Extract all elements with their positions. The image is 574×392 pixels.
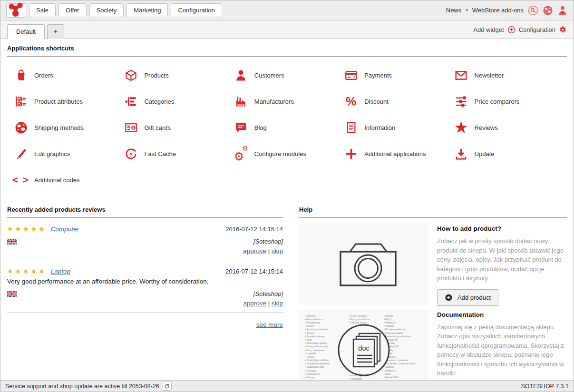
add-product-button-label: Add product xyxy=(457,294,491,301)
shortcut-blog[interactable]: Blog xyxy=(234,120,344,135)
news-link[interactable]: News xyxy=(446,7,462,14)
categories-icon xyxy=(124,94,138,108)
uk-flag-icon xyxy=(7,290,17,296)
refresh-button[interactable] xyxy=(163,382,172,391)
add-product-button[interactable]: Add product xyxy=(437,289,498,306)
review-meta: [Soteshop]approve | skip xyxy=(243,238,283,255)
shortcut-configure-modules[interactable]: ⚙⚙Configure modules xyxy=(234,147,344,161)
customers-icon xyxy=(234,68,248,82)
shipping-methods-icon xyxy=(14,120,28,135)
shortcut-payments[interactable]: Payments xyxy=(344,68,454,82)
products-icon xyxy=(124,68,138,82)
version-label: SOTESHOP 7.3.1 xyxy=(521,383,569,390)
user-icon[interactable] xyxy=(557,5,568,16)
menu-button-marketing[interactable]: Marketing xyxy=(126,3,168,17)
shortcut-price-comparers[interactable]: Price comparers xyxy=(454,94,564,108)
review-footer: [Soteshop]approve | skip xyxy=(7,290,283,307)
shortcut-product-attributes[interactable]: Product attributes xyxy=(14,94,124,108)
webstore-addons-link[interactable]: WebStore add-ons xyxy=(472,7,524,14)
shortcut-categories[interactable]: Categories xyxy=(124,94,233,108)
see-more-link[interactable]: see more xyxy=(256,321,283,328)
shortcut-edit-graphics[interactable]: Edit graphics xyxy=(14,147,124,161)
reviews-title: Recently added products reviews xyxy=(7,200,283,218)
soteshop-logo[interactable] xyxy=(6,3,26,18)
dashboard-content: Applications shortcuts OrdersProductsCus… xyxy=(0,39,574,380)
skip-link[interactable]: skip xyxy=(272,300,283,307)
help-documentation-heading: Documentation xyxy=(437,311,567,318)
menu-button-sale[interactable]: Sale xyxy=(29,3,56,17)
orders-icon xyxy=(14,68,28,82)
menu-button-offer[interactable]: Offer xyxy=(58,3,87,17)
service-status-text: Service support and shop update are acti… xyxy=(5,383,159,390)
help-add-product-heading: How to add product? xyxy=(437,225,567,232)
shortcut-label: Price comparers xyxy=(475,98,520,105)
doc-pages-icon: doc xyxy=(299,310,428,381)
review-product-link[interactable]: Laptop xyxy=(51,268,70,275)
header-separator: • xyxy=(466,7,468,14)
shortcut-label: Products xyxy=(144,72,168,79)
shortcut-additional-applications[interactable]: Additional applications xyxy=(344,147,454,161)
shortcut-label: Customers xyxy=(254,72,284,79)
main-menu: SaleOfferSocietyMarketingConfiguration xyxy=(29,3,222,17)
shortcut-reviews[interactable]: ★Reviews xyxy=(454,120,564,135)
globe-icon[interactable] xyxy=(543,5,553,16)
action-separator: | xyxy=(266,300,272,307)
help-documentation-row: • AddThis• Administratorzy• Aktualizacja… xyxy=(299,310,567,381)
shortcut-label: Information xyxy=(364,124,395,131)
approve-link[interactable]: approve xyxy=(243,300,266,307)
tab-add[interactable]: + xyxy=(47,24,64,39)
skip-link[interactable]: skip xyxy=(272,247,283,255)
shortcut-products[interactable]: Products xyxy=(124,68,233,82)
shortcut-label: Shipping methods xyxy=(34,124,84,131)
shortcut-label: Discount xyxy=(364,98,389,105)
price-comparers-icon xyxy=(454,94,468,108)
shortcut-label: Categories xyxy=(144,98,174,105)
review-timestamp: 2016-07-12 14:15:14 xyxy=(225,225,283,233)
shortcut-additional-codes[interactable]: < >Additional codes xyxy=(14,173,124,187)
add-widget-plus-icon[interactable] xyxy=(507,26,516,34)
approve-link[interactable]: approve xyxy=(243,247,266,255)
soteshop-logo-icon xyxy=(7,1,26,20)
reviews-section: Recently added products reviews ★★★★★Com… xyxy=(7,200,283,380)
help-documentation-paragraph: Zapoznaj się z pełną dokumentacją sklepu… xyxy=(437,323,567,378)
refresh-icon xyxy=(164,383,170,389)
review-timestamp: 2016-07-12 14:15:14 xyxy=(225,268,283,275)
shortcuts-grid: OrdersProductsCustomersPaymentsNewslette… xyxy=(14,68,564,187)
soteshop-admin-window: SaleOfferSocietyMarketingConfiguration N… xyxy=(0,0,574,392)
add-widget-button[interactable]: Add widget xyxy=(473,26,504,33)
search-icon[interactable] xyxy=(528,5,538,16)
review-footer: [Soteshop]approve | skip xyxy=(7,238,283,255)
shortcut-information[interactable]: Information xyxy=(344,120,454,135)
reviews-list: ★★★★★Computer2016-07-12 14:15:14[Sotesho… xyxy=(7,225,283,313)
shortcut-discount[interactable]: %Discount xyxy=(344,94,454,108)
shortcut-shipping-methods[interactable]: Shipping methods xyxy=(14,120,124,135)
configuration-button[interactable]: Configuration xyxy=(519,26,555,33)
shortcut-gift-cards[interactable]: $Gift cards xyxy=(124,120,233,135)
shortcut-fast-cache[interactable]: Fast Cache xyxy=(124,147,233,161)
shortcut-label: Edit graphics xyxy=(34,150,70,157)
shortcut-newsletter[interactable]: Newsletter xyxy=(454,68,564,82)
shortcut-label: Newsletter xyxy=(475,72,504,79)
help-title: Help xyxy=(299,200,567,218)
fast-cache-icon xyxy=(124,147,138,161)
widget-tabbar: Default + Add widget Configuration xyxy=(0,20,574,39)
status-bar: Service support and shop update are acti… xyxy=(0,380,574,392)
shortcut-label: Product attributes xyxy=(34,98,83,105)
menu-button-configuration[interactable]: Configuration xyxy=(171,3,222,17)
review-product-link[interactable]: Computer xyxy=(51,225,79,233)
bottom-sections: Recently added products reviews ★★★★★Com… xyxy=(7,200,567,380)
reviews-icon: ★ xyxy=(454,120,468,135)
help-section: Help How to add product? Zobacz jak w pr… xyxy=(299,200,567,380)
uk-flag-icon xyxy=(7,238,17,244)
shortcut-manufacturers[interactable]: Manufacturers xyxy=(234,94,344,108)
menu-button-society[interactable]: Society xyxy=(89,3,124,17)
see-more-row: see more xyxy=(7,313,283,336)
gear-icon[interactable] xyxy=(559,26,567,34)
newsletter-icon xyxy=(454,68,468,82)
shortcut-customers[interactable]: Customers xyxy=(234,68,344,82)
camera-image xyxy=(299,224,428,304)
camera-icon xyxy=(299,224,428,304)
tab-default[interactable]: Default xyxy=(7,24,45,39)
shortcut-update[interactable]: Update xyxy=(454,147,564,161)
shortcut-orders[interactable]: Orders xyxy=(14,68,124,82)
